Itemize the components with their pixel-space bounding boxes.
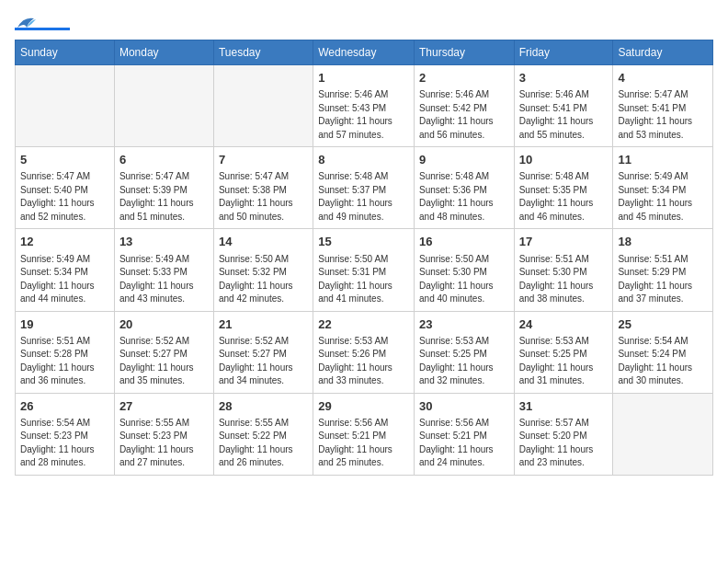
day-number: 10 (519, 152, 609, 168)
day-number: 25 (618, 316, 708, 333)
day-number: 23 (419, 316, 509, 333)
day-number: 6 (119, 152, 209, 168)
weekday-header-wednesday: Wednesday (313, 40, 415, 65)
day-info: Sunrise: 5:46 AM Sunset: 5:41 PM Dayligh… (519, 88, 609, 142)
day-number: 5 (20, 152, 109, 168)
calendar-cell: 2Sunrise: 5:46 AM Sunset: 5:42 PM Daylig… (415, 65, 515, 147)
day-info: Sunrise: 5:55 AM Sunset: 5:23 PM Dayligh… (119, 417, 209, 470)
day-info: Sunrise: 5:49 AM Sunset: 5:34 PM Dayligh… (20, 253, 109, 306)
day-number: 21 (219, 316, 308, 333)
calendar-cell: 26Sunrise: 5:54 AM Sunset: 5:23 PM Dayli… (16, 393, 115, 475)
calendar-cell: 25Sunrise: 5:54 AM Sunset: 5:24 PM Dayli… (613, 311, 713, 393)
calendar-cell: 22Sunrise: 5:53 AM Sunset: 5:26 PM Dayli… (313, 311, 415, 393)
calendar-cell: 3Sunrise: 5:46 AM Sunset: 5:41 PM Daylig… (514, 65, 613, 147)
day-number: 3 (519, 70, 609, 86)
day-number: 22 (318, 316, 409, 333)
calendar-table: SundayMondayTuesdayWednesdayThursdayFrid… (15, 40, 713, 476)
day-number: 20 (119, 316, 209, 333)
day-info: Sunrise: 5:48 AM Sunset: 5:35 PM Dayligh… (519, 170, 609, 224)
day-info: Sunrise: 5:55 AM Sunset: 5:22 PM Dayligh… (219, 417, 308, 470)
calendar-cell: 17Sunrise: 5:51 AM Sunset: 5:30 PM Dayli… (514, 229, 613, 311)
calendar-cell: 16Sunrise: 5:50 AM Sunset: 5:30 PM Dayli… (415, 229, 515, 311)
day-number: 31 (519, 398, 609, 415)
weekday-header-monday: Monday (114, 40, 213, 65)
day-number: 16 (419, 234, 509, 250)
day-number: 28 (219, 398, 308, 415)
calendar-week-row: 19Sunrise: 5:51 AM Sunset: 5:28 PM Dayli… (16, 311, 713, 393)
calendar-cell: 7Sunrise: 5:47 AM Sunset: 5:38 PM Daylig… (213, 147, 313, 229)
calendar-cell: 21Sunrise: 5:52 AM Sunset: 5:27 PM Dayli… (213, 311, 313, 393)
day-number: 17 (519, 234, 609, 250)
calendar-cell: 29Sunrise: 5:56 AM Sunset: 5:21 PM Dayli… (313, 393, 415, 475)
day-number: 9 (419, 152, 509, 168)
weekday-header-tuesday: Tuesday (213, 40, 313, 65)
weekday-header-saturday: Saturday (613, 40, 713, 65)
calendar-cell: 14Sunrise: 5:50 AM Sunset: 5:32 PM Dayli… (213, 229, 313, 311)
day-info: Sunrise: 5:56 AM Sunset: 5:21 PM Dayligh… (318, 417, 409, 470)
day-number: 26 (20, 398, 109, 415)
calendar-week-row: 26Sunrise: 5:54 AM Sunset: 5:23 PM Dayli… (16, 393, 713, 475)
day-number: 11 (618, 152, 708, 168)
calendar-header-row: SundayMondayTuesdayWednesdayThursdayFrid… (16, 40, 713, 65)
day-info: Sunrise: 5:47 AM Sunset: 5:38 PM Dayligh… (219, 170, 308, 224)
day-info: Sunrise: 5:49 AM Sunset: 5:33 PM Dayligh… (119, 253, 209, 306)
day-number: 4 (618, 70, 708, 86)
calendar-cell: 8Sunrise: 5:48 AM Sunset: 5:37 PM Daylig… (313, 147, 415, 229)
day-info: Sunrise: 5:57 AM Sunset: 5:20 PM Dayligh… (519, 417, 609, 470)
calendar-cell: 12Sunrise: 5:49 AM Sunset: 5:34 PM Dayli… (16, 229, 115, 311)
calendar-cell: 27Sunrise: 5:55 AM Sunset: 5:23 PM Dayli… (114, 393, 213, 475)
day-number: 15 (318, 234, 409, 250)
day-number: 29 (318, 398, 409, 415)
calendar-week-row: 1Sunrise: 5:46 AM Sunset: 5:43 PM Daylig… (16, 65, 713, 147)
day-info: Sunrise: 5:54 AM Sunset: 5:23 PM Dayligh… (20, 417, 109, 470)
day-info: Sunrise: 5:46 AM Sunset: 5:43 PM Dayligh… (318, 88, 409, 142)
calendar-cell: 20Sunrise: 5:52 AM Sunset: 5:27 PM Dayli… (114, 311, 213, 393)
page-header (15, 15, 713, 30)
calendar-cell: 9Sunrise: 5:48 AM Sunset: 5:36 PM Daylig… (415, 147, 515, 229)
day-info: Sunrise: 5:56 AM Sunset: 5:21 PM Dayligh… (419, 417, 509, 470)
calendar-cell: 5Sunrise: 5:47 AM Sunset: 5:40 PM Daylig… (16, 147, 115, 229)
day-info: Sunrise: 5:50 AM Sunset: 5:31 PM Dayligh… (318, 253, 409, 306)
day-info: Sunrise: 5:53 AM Sunset: 5:25 PM Dayligh… (419, 335, 509, 388)
day-info: Sunrise: 5:50 AM Sunset: 5:32 PM Dayligh… (219, 253, 308, 306)
calendar-cell: 24Sunrise: 5:53 AM Sunset: 5:25 PM Dayli… (514, 311, 613, 393)
day-info: Sunrise: 5:48 AM Sunset: 5:36 PM Dayligh… (419, 170, 509, 224)
day-info: Sunrise: 5:51 AM Sunset: 5:29 PM Dayligh… (618, 253, 708, 306)
calendar-cell: 13Sunrise: 5:49 AM Sunset: 5:33 PM Dayli… (114, 229, 213, 311)
calendar-cell: 15Sunrise: 5:50 AM Sunset: 5:31 PM Dayli… (313, 229, 415, 311)
day-number: 19 (20, 316, 109, 333)
day-number: 27 (119, 398, 209, 415)
weekday-header-thursday: Thursday (415, 40, 515, 65)
calendar-cell: 11Sunrise: 5:49 AM Sunset: 5:34 PM Dayli… (613, 147, 713, 229)
calendar-cell (613, 393, 713, 475)
day-info: Sunrise: 5:47 AM Sunset: 5:40 PM Dayligh… (20, 170, 109, 224)
day-number: 7 (219, 152, 308, 168)
calendar-week-row: 5Sunrise: 5:47 AM Sunset: 5:40 PM Daylig… (16, 147, 713, 229)
calendar-cell (213, 65, 313, 147)
calendar-cell: 28Sunrise: 5:55 AM Sunset: 5:22 PM Dayli… (213, 393, 313, 475)
weekday-header-sunday: Sunday (16, 40, 115, 65)
day-info: Sunrise: 5:54 AM Sunset: 5:24 PM Dayligh… (618, 335, 708, 388)
calendar-cell: 30Sunrise: 5:56 AM Sunset: 5:21 PM Dayli… (415, 393, 515, 475)
day-number: 30 (419, 398, 509, 415)
weekday-header-friday: Friday (514, 40, 613, 65)
logo (15, 15, 70, 30)
day-number: 13 (119, 234, 209, 250)
day-number: 8 (318, 152, 409, 168)
day-number: 14 (219, 234, 308, 250)
day-info: Sunrise: 5:53 AM Sunset: 5:26 PM Dayligh… (318, 335, 409, 388)
calendar-week-row: 12Sunrise: 5:49 AM Sunset: 5:34 PM Dayli… (16, 229, 713, 311)
day-info: Sunrise: 5:50 AM Sunset: 5:30 PM Dayligh… (419, 253, 509, 306)
calendar-cell (16, 65, 115, 147)
day-info: Sunrise: 5:47 AM Sunset: 5:41 PM Dayligh… (618, 88, 708, 142)
calendar-cell: 1Sunrise: 5:46 AM Sunset: 5:43 PM Daylig… (313, 65, 415, 147)
calendar-cell: 18Sunrise: 5:51 AM Sunset: 5:29 PM Dayli… (613, 229, 713, 311)
day-number: 18 (618, 234, 708, 250)
day-info: Sunrise: 5:52 AM Sunset: 5:27 PM Dayligh… (219, 335, 308, 388)
day-info: Sunrise: 5:47 AM Sunset: 5:39 PM Dayligh… (119, 170, 209, 224)
calendar-cell: 19Sunrise: 5:51 AM Sunset: 5:28 PM Dayli… (16, 311, 115, 393)
calendar-cell (114, 65, 213, 147)
day-info: Sunrise: 5:52 AM Sunset: 5:27 PM Dayligh… (119, 335, 209, 388)
calendar-cell: 23Sunrise: 5:53 AM Sunset: 5:25 PM Dayli… (415, 311, 515, 393)
day-number: 1 (318, 70, 409, 86)
